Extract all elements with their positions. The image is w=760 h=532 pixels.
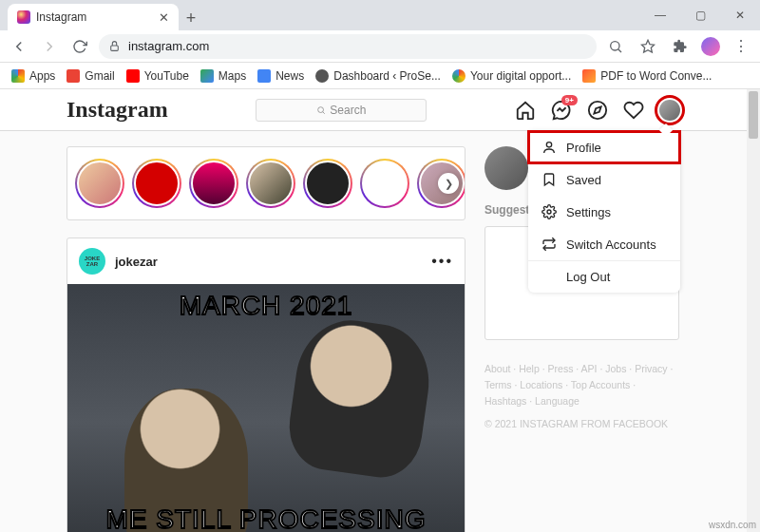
meme-figure-icon — [284, 314, 437, 483]
messenger-icon[interactable]: 9+ — [551, 100, 572, 121]
new-tab-button[interactable]: + — [179, 6, 203, 30]
pdf-icon — [582, 69, 596, 83]
dropdown-switch-accounts[interactable]: Switch Accounts — [528, 228, 680, 260]
stories-tray[interactable]: ❯ — [66, 146, 466, 220]
reload-button[interactable] — [68, 35, 91, 58]
search-input[interactable]: Search — [256, 99, 427, 122]
close-icon[interactable]: ✕ — [720, 0, 760, 30]
story-item[interactable] — [246, 159, 295, 208]
explore-icon[interactable] — [587, 100, 608, 121]
post-author-avatar[interactable]: JOKE ZAR — [79, 248, 105, 275]
gear-icon — [542, 204, 557, 219]
story-item[interactable] — [132, 159, 181, 208]
profile-dropdown: Profile Saved Settings Switch Accounts L… — [528, 131, 680, 293]
dropdown-settings[interactable]: Settings — [528, 196, 680, 228]
bookmarks-bar: Apps Gmail YouTube Maps News Dashboard ‹… — [0, 63, 760, 89]
activity-badge: 9+ — [561, 95, 578, 105]
minimize-icon[interactable]: — — [640, 0, 680, 30]
instagram-logo[interactable]: Instagram — [66, 97, 168, 123]
profile-icon — [542, 140, 557, 155]
wordpress-icon — [315, 69, 329, 83]
post-author-name[interactable]: jokezar — [115, 255, 158, 269]
zoom-icon[interactable] — [604, 35, 627, 58]
svg-point-4 — [318, 106, 324, 112]
story-item[interactable] — [75, 159, 124, 208]
instagram-navbar: Instagram Search 9+ — [0, 89, 747, 131]
page-viewport: Instagram Search 9+ — [0, 89, 760, 532]
chrome-profile-avatar[interactable] — [701, 37, 720, 56]
bookmark-digital[interactable]: Your digital opport... — [448, 67, 575, 85]
svg-line-5 — [323, 111, 325, 113]
window-controls: — ▢ ✕ — [640, 0, 760, 30]
vertical-scrollbar[interactable] — [747, 89, 760, 532]
dropdown-profile[interactable]: Profile — [528, 131, 680, 163]
extensions-icon[interactable] — [669, 35, 692, 58]
bookmark-dashboard[interactable]: Dashboard ‹ ProSe... — [312, 67, 445, 85]
bookmark-news[interactable]: News — [254, 67, 308, 85]
story-item[interactable] — [303, 159, 352, 208]
chrome-toolbar: instagram.com ⋮ — [0, 30, 760, 63]
post-header: JOKE ZAR jokezar ••• — [67, 238, 465, 284]
browser-tab[interactable]: Instagram ✕ — [8, 4, 179, 30]
bookmark-maps[interactable]: Maps — [197, 67, 250, 85]
maximize-icon[interactable]: ▢ — [680, 0, 720, 30]
google-icon — [452, 69, 466, 83]
footer-links[interactable]: About · Help · Press · API · Jobs · Priv… — [484, 361, 679, 408]
bookmark-gmail[interactable]: Gmail — [63, 67, 118, 85]
svg-marker-3 — [641, 40, 654, 52]
dropdown-saved[interactable]: Saved — [528, 163, 680, 196]
meme-text-top: MARCH 2021 — [67, 292, 465, 319]
meme-text-bottom: ME STILL PROCESSING MARCH 2020 — [67, 505, 465, 532]
post-more-icon[interactable]: ••• — [431, 253, 453, 270]
address-bar[interactable]: instagram.com — [99, 34, 597, 59]
svg-rect-0 — [111, 46, 119, 50]
story-item[interactable] — [189, 159, 238, 208]
tab-title: Instagram — [36, 10, 86, 24]
bookmark-icon — [542, 172, 557, 187]
svg-point-8 — [546, 142, 551, 147]
gmail-icon — [66, 69, 80, 83]
lock-icon — [108, 40, 121, 52]
youtube-icon — [126, 69, 140, 83]
home-icon[interactable] — [515, 100, 536, 121]
instagram-favicon-icon — [17, 10, 30, 24]
bookmark-youtube[interactable]: YouTube — [123, 67, 193, 85]
feed-post: JOKE ZAR jokezar ••• MARCH 2021 ME STILL… — [66, 238, 466, 532]
stories-next-button[interactable]: ❯ — [438, 173, 459, 194]
forward-button[interactable] — [38, 35, 61, 58]
chrome-titlebar: Instagram ✕ + — ▢ ✕ — [0, 0, 760, 30]
chrome-menu-icon[interactable]: ⋮ — [730, 35, 752, 58]
switch-icon — [542, 237, 557, 252]
svg-marker-7 — [594, 106, 600, 113]
feed-column: ❯ JOKE ZAR jokezar ••• MARCH 2021 ME STI… — [66, 146, 466, 532]
story-item[interactable] — [360, 159, 409, 208]
profile-avatar-button[interactable] — [659, 100, 680, 121]
activity-heart-icon[interactable] — [623, 100, 644, 121]
url-text: instagram.com — [128, 39, 209, 53]
back-button[interactable] — [8, 35, 30, 58]
apps-shortcut[interactable]: Apps — [8, 67, 59, 85]
dropdown-logout[interactable]: Log Out — [528, 260, 680, 293]
post-image[interactable]: MARCH 2021 ME STILL PROCESSING MARCH 202… — [67, 284, 465, 532]
watermark: wsxdn.com — [709, 520, 756, 530]
svg-point-6 — [589, 101, 606, 118]
user-avatar — [484, 146, 528, 190]
apps-icon — [11, 69, 25, 83]
svg-point-1 — [611, 41, 619, 49]
tab-close-icon[interactable]: ✕ — [159, 10, 169, 25]
svg-line-2 — [618, 48, 621, 51]
bookmark-star-icon[interactable] — [636, 35, 659, 58]
news-icon — [257, 69, 271, 83]
svg-point-9 — [547, 210, 551, 214]
maps-icon — [200, 69, 214, 83]
bookmark-pdf[interactable]: PDF to Word Conve... — [579, 67, 715, 85]
search-icon — [316, 105, 326, 115]
copyright: © 2021 INSTAGRAM FROM FACEBOOK — [484, 418, 679, 429]
